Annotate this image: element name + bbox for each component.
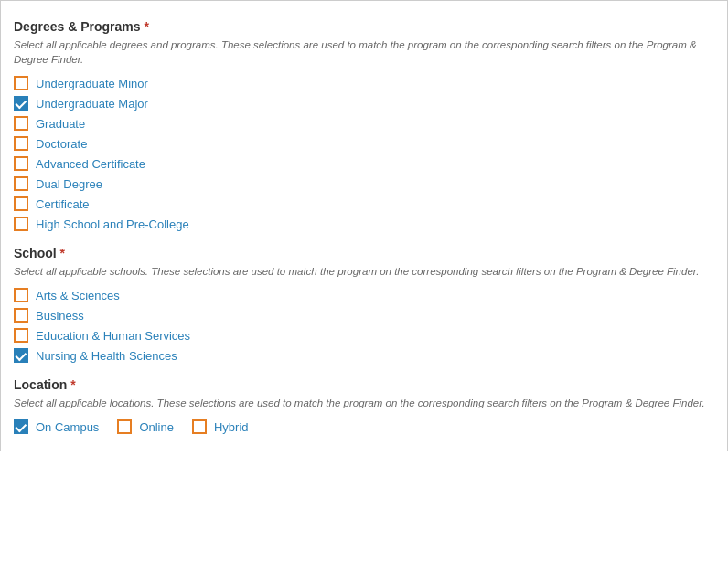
dual-degree-label[interactable]: Dual Degree [36,177,102,191]
list-item: On Campus [14,419,99,434]
online-label[interactable]: Online [139,420,174,434]
list-item: Dual Degree [14,176,714,191]
doctorate-label[interactable]: Doctorate [36,137,87,151]
dual-degree-checkbox[interactable] [14,176,28,191]
nursing-label[interactable]: Nursing & Health Sciences [36,349,177,363]
high-school-checkbox[interactable] [14,217,28,231]
education-checkbox[interactable] [14,328,28,343]
doctorate-checkbox[interactable] [14,136,28,151]
on-campus-checkbox[interactable] [14,419,28,434]
degrees-title: Degrees & Programs * [14,19,714,34]
degrees-checkbox-list: Undergraduate Minor Undergraduate Major … [14,76,714,231]
advanced-certificate-label[interactable]: Advanced Certificate [36,157,145,171]
list-item: Undergraduate Major [14,96,714,111]
list-item: Business [14,308,714,323]
list-item: Doctorate [14,136,714,151]
arts-sciences-label[interactable]: Arts & Sciences [36,289,120,302]
undergrad-major-label[interactable]: Undergraduate Major [36,97,148,111]
on-campus-label[interactable]: On Campus [36,420,99,434]
business-checkbox[interactable] [14,308,28,323]
school-section: School * Select all applicable schools. … [14,246,714,363]
hybrid-label[interactable]: Hybrid [214,420,249,434]
graduate-checkbox[interactable] [14,116,28,131]
degrees-required-star: * [144,19,148,34]
location-section: Location * Select all applicable locatio… [14,377,714,434]
graduate-label[interactable]: Graduate [36,117,85,131]
undergrad-major-checkbox[interactable] [14,96,28,111]
degrees-description: Select all applicable degrees and progra… [14,37,714,67]
school-required-star: * [60,246,65,260]
hybrid-checkbox[interactable] [192,419,207,434]
location-description: Select all applicable locations. These s… [14,396,714,410]
online-checkbox[interactable] [117,419,132,434]
school-checkbox-list: Arts & Sciences Business Education & Hum… [14,288,714,363]
business-label[interactable]: Business [36,309,84,323]
certificate-checkbox[interactable] [14,196,28,211]
list-item: Nursing & Health Sciences [14,348,714,363]
arts-sciences-checkbox[interactable] [14,288,28,302]
list-item: Certificate [14,196,714,211]
school-title: School * [14,246,714,260]
list-item: Advanced Certificate [14,156,714,171]
location-required-star: * [70,377,75,392]
list-item: Arts & Sciences [14,288,714,302]
undergrad-minor-label[interactable]: Undergraduate Minor [36,77,148,90]
education-label[interactable]: Education & Human Services [36,329,190,343]
certificate-label[interactable]: Certificate [36,197,90,211]
nursing-checkbox[interactable] [14,348,28,363]
high-school-label[interactable]: High School and Pre-College [36,217,189,231]
advanced-certificate-checkbox[interactable] [14,156,28,171]
form-container: Degrees & Programs * Select all applicab… [0,0,728,451]
list-item: Hybrid [192,419,249,434]
list-item: Online [117,419,174,434]
degrees-section: Degrees & Programs * Select all applicab… [14,19,714,231]
list-item: Undergraduate Minor [14,76,714,90]
school-description: Select all applicable schools. These sel… [14,264,714,279]
location-title: Location * [14,377,714,392]
list-item: High School and Pre-College [14,217,714,231]
list-item: Education & Human Services [14,328,714,343]
undergrad-minor-checkbox[interactable] [14,76,28,90]
location-checkbox-list: On Campus Online Hybrid [14,419,714,434]
list-item: Graduate [14,116,714,131]
